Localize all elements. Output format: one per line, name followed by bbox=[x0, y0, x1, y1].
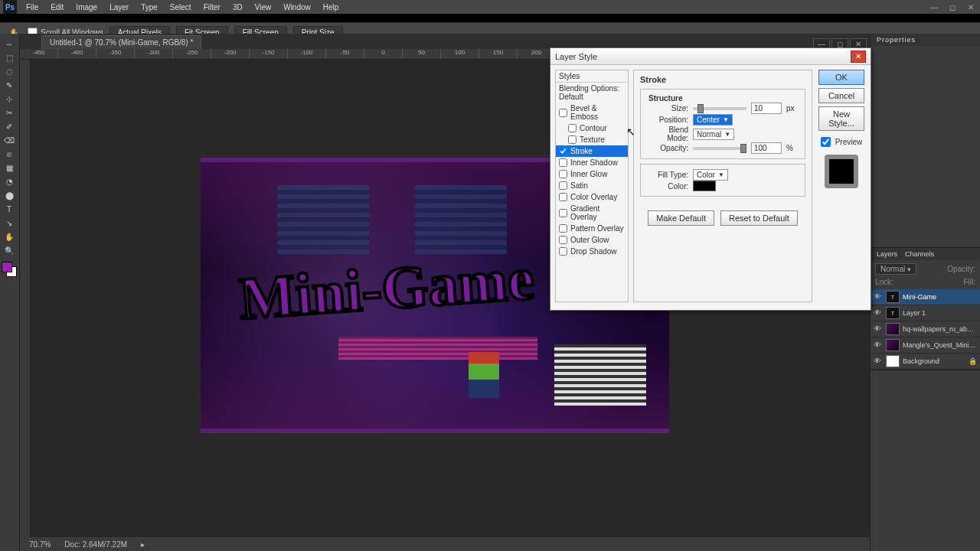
tool-10[interactable]: ◔ bbox=[0, 174, 18, 188]
effect-bevel-emboss[interactable]: Bevel & Emboss bbox=[556, 103, 628, 122]
effect-color-overlay[interactable]: Color Overlay bbox=[556, 191, 628, 203]
close-icon[interactable]: ✕ bbox=[851, 51, 866, 63]
opacity-label: Opacity: bbox=[645, 144, 688, 152]
menu-layer[interactable]: Layer bbox=[103, 2, 135, 13]
menu-window[interactable]: Window bbox=[277, 2, 317, 13]
fill-type-label: Fill Type: bbox=[645, 171, 688, 179]
dialog-buttons: OK Cancel New Style... Preview bbox=[817, 70, 866, 302]
menu-view[interactable]: View bbox=[249, 2, 278, 13]
tool-1[interactable]: ⬚ bbox=[0, 51, 18, 64]
preview-checkbox[interactable]: Preview bbox=[821, 137, 863, 147]
document-tab[interactable]: Untitled-1 @ 70.7% (Mini-Game, RGB/8) * bbox=[41, 35, 201, 49]
status-bar: 70.7% Doc: 2.64M/7.22M ▸ bbox=[20, 537, 870, 551]
fill-type-select[interactable]: Color▼ bbox=[693, 169, 728, 181]
visibility-icon[interactable]: 👁 bbox=[874, 324, 883, 334]
tool-15[interactable]: 🔍 bbox=[0, 243, 18, 257]
tool-3[interactable]: ✎ bbox=[0, 78, 18, 92]
visibility-icon[interactable]: 👁 bbox=[874, 341, 883, 350]
tool-13[interactable]: ↘ bbox=[0, 216, 18, 230]
ruler-mark: -450 bbox=[20, 49, 58, 59]
ruler-mark: -400 bbox=[58, 49, 96, 59]
effect-drop-shadow[interactable]: Drop Shadow bbox=[556, 246, 628, 257]
effect-gradient-overlay[interactable]: Gradient Overlay bbox=[556, 203, 628, 223]
foreground-background-swatch[interactable] bbox=[0, 260, 18, 280]
ruler-mark: -150 bbox=[250, 49, 288, 59]
tool-8[interactable]: ⎚ bbox=[0, 147, 18, 161]
channels-tab[interactable]: Channels bbox=[905, 250, 934, 258]
ruler-mark: -300 bbox=[135, 49, 173, 59]
cancel-button[interactable]: Cancel bbox=[818, 88, 864, 103]
effect-texture[interactable]: Texture bbox=[556, 134, 628, 145]
visibility-icon[interactable]: 👁 bbox=[874, 292, 883, 302]
ruler-mark: 50 bbox=[403, 49, 441, 59]
flyout-icon[interactable]: ▸ bbox=[141, 540, 145, 549]
ok-button[interactable]: OK bbox=[818, 70, 864, 85]
window-controls: — ◻ ✕ bbox=[925, 2, 980, 12]
size-slider[interactable] bbox=[693, 107, 746, 110]
layer-row[interactable]: 👁TLayer 1 bbox=[871, 305, 980, 321]
effect-stroke[interactable]: Stroke bbox=[556, 145, 628, 157]
menu-edit[interactable]: Edit bbox=[44, 2, 70, 13]
menu-type[interactable]: Type bbox=[135, 2, 164, 13]
tool-11[interactable]: ⬤ bbox=[0, 188, 18, 202]
layer-row[interactable]: 👁Mangle's_Quest_Miniga... bbox=[871, 337, 980, 354]
styles-header[interactable]: Styles bbox=[556, 70, 628, 83]
layer-row[interactable]: 👁TMini-Game bbox=[871, 289, 980, 305]
blend-mode-select[interactable]: Normal▼ bbox=[693, 129, 734, 140]
effect-inner-shadow[interactable]: Inner Shadow bbox=[556, 157, 628, 168]
tool-5[interactable]: ✂ bbox=[0, 106, 18, 119]
visibility-icon[interactable]: 👁 bbox=[874, 357, 883, 366]
effect-settings: Stroke Structure Size: 10 px Position: C… bbox=[633, 70, 812, 302]
doc-size-readout: Doc: 2.64M/7.22M bbox=[64, 540, 127, 549]
reset-default-button[interactable]: Reset to Default bbox=[720, 210, 798, 226]
tool-0[interactable]: ↔ bbox=[0, 37, 18, 51]
visibility-icon[interactable]: 👁 bbox=[874, 308, 883, 318]
section-title: Stroke bbox=[640, 75, 805, 84]
layer-row[interactable]: 👁hq-wallpapers_ru_abstr... bbox=[871, 321, 980, 337]
effect-outer-glow[interactable]: Outer Glow bbox=[556, 234, 628, 246]
effect-inner-glow[interactable]: Inner Glow bbox=[556, 168, 628, 180]
properties-panel-tab[interactable]: Properties bbox=[871, 34, 980, 46]
position-select[interactable]: Center▼ bbox=[693, 114, 733, 126]
opacity-slider[interactable] bbox=[693, 147, 746, 150]
color-swatch[interactable] bbox=[693, 181, 716, 191]
effect-satin[interactable]: Satin bbox=[556, 180, 628, 191]
effect-pattern-overlay[interactable]: Pattern Overlay bbox=[556, 223, 628, 234]
tool-9[interactable]: ▦ bbox=[0, 161, 18, 174]
layer-name: Mangle's_Quest_Miniga... bbox=[903, 341, 977, 349]
document-tab-bar: Untitled-1 @ 70.7% (Mini-Game, RGB/8) * … bbox=[20, 34, 870, 49]
tool-2[interactable]: ◌ bbox=[0, 64, 18, 78]
blend-mode-select[interactable]: Normal ▾ bbox=[875, 263, 916, 275]
tool-4[interactable]: ⊹ bbox=[0, 92, 18, 106]
app-logo: Ps bbox=[3, 0, 17, 14]
effect-contour[interactable]: Contour bbox=[556, 122, 628, 134]
layers-tab[interactable]: Layers bbox=[877, 250, 897, 258]
new-style-button[interactable]: New Style... bbox=[818, 106, 864, 131]
tool-14[interactable]: ✋ bbox=[0, 230, 18, 243]
opacity-input[interactable]: 100 bbox=[751, 142, 782, 154]
minimize-icon[interactable]: — bbox=[925, 2, 943, 12]
ruler-mark: -100 bbox=[288, 49, 326, 59]
menu-help[interactable]: Help bbox=[317, 2, 345, 13]
maximize-icon[interactable]: ◻ bbox=[943, 2, 962, 12]
make-default-button[interactable]: Make Default bbox=[648, 210, 714, 226]
toolbox: ↔⬚◌✎⊹✂✐⌫⎚▦◔⬤T↘✋🔍 bbox=[0, 34, 20, 551]
dialog-titlebar[interactable]: Layer Style ✕ bbox=[550, 48, 871, 65]
styles-list: Styles Blending Options: Default Bevel &… bbox=[555, 70, 629, 302]
tool-7[interactable]: ⌫ bbox=[0, 133, 18, 147]
close-icon[interactable]: ✕ bbox=[962, 2, 980, 12]
menu-3d[interactable]: 3D bbox=[227, 2, 249, 13]
menu-file[interactable]: File bbox=[20, 2, 44, 13]
blending-options-row[interactable]: Blending Options: Default bbox=[556, 83, 628, 103]
menu-filter[interactable]: Filter bbox=[198, 2, 227, 13]
menu-image[interactable]: Image bbox=[70, 2, 103, 13]
menu-select[interactable]: Select bbox=[164, 2, 198, 13]
size-input[interactable]: 10 bbox=[751, 103, 782, 114]
tool-6[interactable]: ✐ bbox=[0, 119, 18, 133]
lock-label: Lock: bbox=[875, 278, 893, 286]
ruler-mark: -350 bbox=[96, 49, 135, 59]
layer-name: Background bbox=[903, 357, 965, 365]
layer-row[interactable]: 👁Background🔒 bbox=[871, 354, 980, 370]
tool-12[interactable]: T bbox=[0, 202, 18, 216]
ruler-mark: -250 bbox=[173, 49, 211, 59]
